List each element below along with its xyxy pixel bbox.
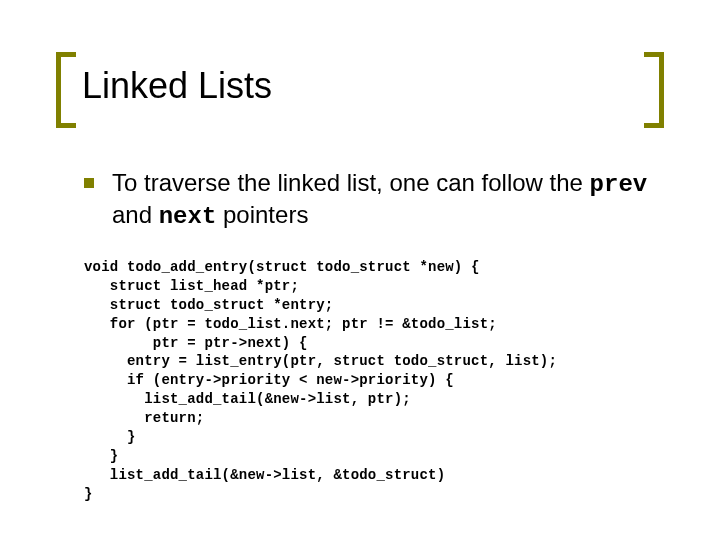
slide-title: Linked Lists bbox=[82, 66, 272, 106]
slide: Linked Lists To traverse the linked list… bbox=[0, 0, 720, 540]
bullet-text-pre: To traverse the linked list, one can fol… bbox=[112, 169, 590, 196]
square-bullet-icon bbox=[84, 178, 94, 188]
body-content: To traverse the linked list, one can fol… bbox=[84, 168, 664, 232]
bullet-item: To traverse the linked list, one can fol… bbox=[84, 168, 664, 232]
bullet-text-post: pointers bbox=[216, 201, 308, 228]
bracket-left-icon bbox=[56, 52, 76, 128]
bullet-text: To traverse the linked list, one can fol… bbox=[112, 168, 664, 232]
bullet-code-prev: prev bbox=[590, 171, 648, 198]
code-block: void todo_add_entry(struct todo_struct *… bbox=[84, 258, 664, 504]
bullet-text-mid: and bbox=[112, 201, 159, 228]
bracket-right-icon bbox=[644, 52, 664, 128]
bullet-code-next: next bbox=[159, 203, 217, 230]
